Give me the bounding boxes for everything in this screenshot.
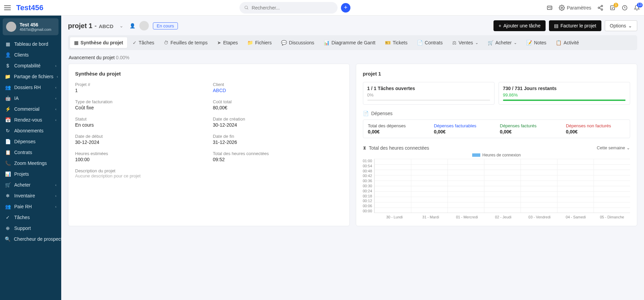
sidebar-item[interactable]: ⚡Commercial‹ [0, 104, 61, 114]
sidebar-item[interactable]: ↻Abonnements [0, 125, 61, 136]
svg-point-6 [561, 7, 562, 8]
search-input[interactable] [252, 5, 333, 10]
tab[interactable]: 📁Fichiers [243, 37, 276, 48]
tab[interactable]: 📊Diagramme de Gantt [320, 37, 380, 48]
brand-logo[interactable]: Test456 [16, 3, 43, 12]
options-button[interactable]: Options⌄ [605, 20, 637, 31]
user-name: Test 456 [20, 22, 51, 27]
stats-card: projet 1 1 / 1 Tâches ouvertes 0% 730 / … [356, 64, 638, 226]
tab[interactable]: ➤Etapes [213, 37, 242, 48]
summary-card: Synthèse du projet Projet #1 ClientABCD … [68, 64, 350, 226]
tab[interactable]: 📋Activité [552, 37, 583, 48]
client-link[interactable]: ABCD [213, 88, 342, 93]
progress-label: Avancement du projet [69, 55, 115, 60]
tab-label: Activité [564, 40, 579, 45]
sidebar-item[interactable]: ⊕Support [0, 223, 61, 234]
nav-icon: $ [5, 63, 11, 68]
period-dropdown[interactable]: Cette semaine⌄ [597, 145, 630, 150]
bell-icon[interactable]: 13 [634, 5, 640, 11]
chart-legend: Heures de connexion [363, 153, 630, 157]
invoice-project-button[interactable]: ▤Facturer le projet [549, 20, 601, 31]
nav-label: Paie RH [14, 204, 32, 209]
nav-label: Clients [14, 52, 29, 58]
user-email: 456Tst@gmail.com [20, 27, 51, 31]
tab-label: Ventes [459, 40, 473, 45]
project-name: projet 1 [68, 22, 92, 30]
hours-chart: 01:0000:5400:4800:4200:3600:3000:2400:18… [363, 159, 630, 213]
menu-toggle-icon[interactable] [4, 5, 11, 10]
expenses-section: 📄Dépenses [363, 111, 630, 116]
tab[interactable]: 📄Contrats [413, 37, 447, 48]
id-card-icon[interactable] [547, 5, 553, 11]
nav-icon: 📅 [5, 117, 11, 123]
sidebar: Test 456 456Tst@gmail.com ▦Tableau de bo… [0, 16, 61, 300]
sidebar-item[interactable]: 🤖IA‹ [0, 93, 61, 104]
sidebar-item[interactable]: 📊Projets [0, 169, 61, 179]
chevron-down-icon: ⌄ [475, 41, 478, 45]
sidebar-item[interactable]: 📋Contrats [0, 147, 61, 158]
nav-label: Tâches [14, 215, 30, 220]
user-outline-icon[interactable]: 👤 [130, 23, 135, 28]
sidebar-item[interactable]: 🛒Acheter‹ [0, 179, 61, 190]
project-dropdown-icon[interactable]: ⌄ [117, 23, 125, 28]
tab[interactable]: ▦Synthèse du projet [70, 37, 127, 48]
sidebar-item[interactable]: $Comptabilité‹ [0, 60, 61, 71]
share-icon[interactable] [597, 5, 603, 11]
svg-point-9 [601, 9, 603, 10]
tasks-icon[interactable]: 1 [610, 5, 616, 11]
clock-icon[interactable] [622, 5, 628, 11]
svg-point-7 [601, 5, 603, 7]
sidebar-item[interactable]: 👥Dossiers RH‹ [0, 82, 61, 93]
tab-label: Synthèse du projet [80, 40, 123, 45]
add-button[interactable]: + [341, 3, 350, 13]
stats-title: projet 1 [363, 71, 630, 77]
tab[interactable]: ⚖Ventes⌄ [448, 37, 482, 48]
chevron-left-icon: ‹ [55, 107, 56, 111]
nav-label: IA [14, 95, 19, 101]
topbar: Test456 + Paramètres 1 13 [0, 0, 644, 16]
svg-line-10 [599, 6, 601, 7]
tab[interactable]: 🎫Tickets [381, 37, 412, 48]
nav-icon: ❄ [5, 193, 11, 198]
sidebar-item[interactable]: 👤Clients [0, 49, 61, 60]
tab-icon: 📊 [324, 40, 329, 45]
nav-label: Comptabilité [14, 63, 41, 68]
tab[interactable]: 💬Discussions [277, 37, 318, 48]
sidebar-item[interactable]: 📁Partage de fichiers‹ [0, 71, 61, 82]
tab-icon: ⚖ [452, 40, 457, 45]
chevron-left-icon: ‹ [55, 118, 56, 122]
chevron-left-icon: ‹ [55, 96, 56, 100]
nav-icon: 📋 [5, 150, 11, 155]
tab[interactable]: ✓Tâches [129, 37, 158, 48]
sidebar-item[interactable]: 🔍Chercheur de prospects [0, 234, 61, 244]
tab-label: Tâches [139, 40, 154, 45]
tab-label: Notes [534, 40, 547, 45]
sidebar-item[interactable]: ✓Tâches [0, 212, 61, 223]
user-card[interactable]: Test 456 456Tst@gmail.com [3, 18, 59, 35]
svg-rect-4 [550, 7, 551, 7]
sidebar-item[interactable]: ❄Inventaire‹ [0, 190, 61, 201]
sidebar-item[interactable]: 📅Rendez-vous‹ [0, 114, 61, 125]
member-avatar[interactable] [139, 21, 149, 30]
svg-point-3 [548, 7, 549, 8]
chevron-down-icon: ⌄ [626, 145, 630, 150]
add-task-button[interactable]: +Ajouter une tâche [493, 20, 546, 31]
sidebar-item[interactable]: ▦Tableau de bord [0, 39, 61, 49]
file-icon: 📄 [363, 111, 369, 116]
search-input-wrap[interactable] [239, 2, 338, 14]
tab[interactable]: 📝Notes [522, 37, 551, 48]
sidebar-item[interactable]: 📄Dépenses [0, 136, 61, 147]
settings-button[interactable]: Paramètres [559, 5, 591, 11]
tab[interactable]: 🛒Acheter⌄ [484, 37, 521, 48]
project-title: projet 1 - ABCD [68, 22, 113, 30]
expenses-table: Total des dépenses0,00€ Dépenses factura… [363, 120, 630, 138]
svg-rect-2 [547, 6, 552, 9]
svg-line-11 [599, 8, 601, 9]
chevron-down-icon: ⌄ [514, 41, 517, 45]
tab[interactable]: ⏱Feuilles de temps [160, 37, 212, 48]
sidebar-item[interactable]: 👥Paie RH‹ [0, 201, 61, 212]
tab-label: Contrats [425, 40, 443, 45]
nav-label: Support [14, 226, 31, 231]
status-pill[interactable]: En cours [153, 22, 178, 29]
sidebar-item[interactable]: 📞Zoom Meetings [0, 158, 61, 169]
